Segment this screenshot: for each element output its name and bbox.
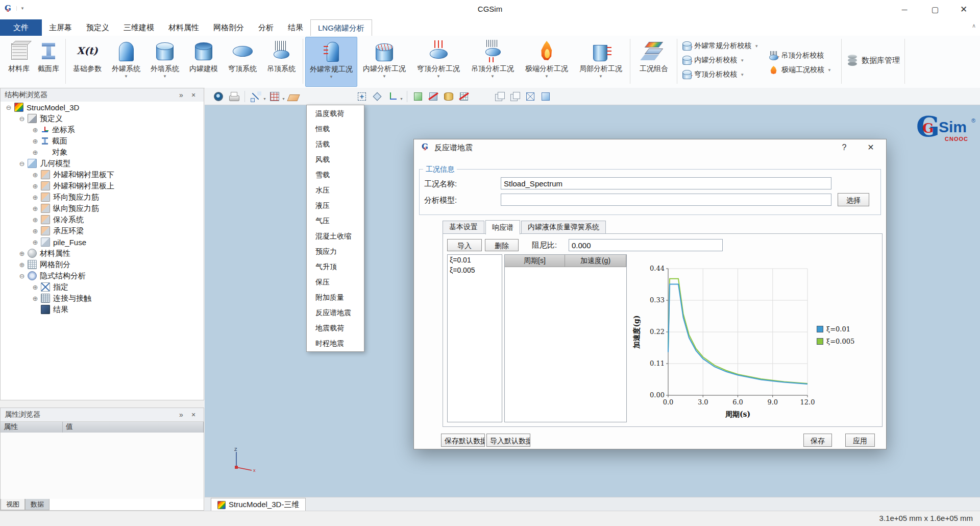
panel-close-icon[interactable]: × (187, 411, 200, 419)
model-input[interactable] (501, 194, 831, 206)
ribbon-item-1-3[interactable]: 内罐建模 (184, 37, 223, 86)
expand-icon[interactable]: ⊕ (31, 149, 39, 156)
tree-item[interactable]: ⊕保冷系统 (1, 214, 204, 225)
menu-item-load-case[interactable]: 雪载 (307, 167, 364, 182)
tree-item[interactable]: ⊕外罐和钢衬里板下 (1, 169, 204, 180)
ribbon-item-2-2[interactable]: 穹顶分析工况▼ (411, 37, 465, 86)
dialog-close-button[interactable]: ✕ (860, 139, 882, 156)
tree-item[interactable]: ⊕外罐和钢衬里板上 (1, 180, 204, 192)
spectrum-list-item[interactable]: ξ=0.005 (448, 265, 502, 275)
menu-item-load-case[interactable]: 保压 (307, 274, 364, 290)
expand-icon[interactable]: ⊕ (31, 238, 39, 246)
print-icon[interactable] (228, 90, 240, 103)
menubar-item[interactable]: 材料属性 (161, 19, 206, 36)
properties-column-header[interactable]: 值 (63, 422, 204, 433)
material-barrel-icon[interactable] (443, 90, 455, 103)
fit-view-icon[interactable] (356, 90, 368, 103)
expand-icon[interactable]: ⊕ (31, 283, 39, 291)
spectrum-table[interactable]: 周期[s]加速度(g) (504, 254, 627, 422)
import-default-button[interactable]: 导入默认数据 (486, 434, 530, 447)
tree-item[interactable]: ⊖预定义 (1, 113, 204, 124)
panel-pin-icon[interactable]: » (175, 411, 187, 419)
zoom-region-icon[interactable] (371, 90, 383, 103)
menu-item-load-case[interactable]: 气升顶 (307, 259, 364, 274)
mesh-cube-icon[interactable] (268, 90, 281, 103)
chevron-down-icon[interactable]: ▼ (282, 97, 285, 101)
menubar-item[interactable]: 主屏幕 (42, 19, 79, 36)
tree-item[interactable]: ⊕网格剖分 (1, 259, 204, 270)
case-name-input[interactable] (501, 177, 831, 189)
menu-item-load-case[interactable]: 预应力 (307, 244, 364, 259)
collapse-icon[interactable]: ⊖ (18, 160, 26, 168)
select-model-button[interactable]: 选择 (838, 193, 869, 206)
ribbon-item-1-1[interactable]: 外罐系统▼ (107, 37, 145, 86)
copy-view2-icon[interactable] (509, 90, 521, 103)
tree-item[interactable]: ⊕指定 (1, 281, 204, 293)
ribbon-item-2-4[interactable]: 极端分析工况▼ (520, 37, 574, 86)
menu-item-load-case[interactable]: 附加质量 (307, 290, 364, 305)
expand-icon[interactable]: ⊕ (31, 216, 39, 224)
collapse-icon[interactable]: ⊖ (5, 104, 13, 111)
analysis-check-item[interactable]: ✔吊顶分析校核 (769, 49, 831, 63)
dialog-title-bar[interactable]: 反应谱地震 (414, 139, 886, 156)
menu-item-load-case[interactable]: 混凝土收缩 (307, 228, 364, 244)
menubar-item-file[interactable]: 文件 (0, 19, 42, 36)
ribbon-item-2-3[interactable]: 吊顶分析工况▼ (465, 37, 520, 86)
screenshot-icon[interactable] (212, 90, 225, 103)
expand-icon[interactable]: ⊕ (18, 261, 26, 269)
menubar-item[interactable]: 结果 (281, 19, 310, 36)
tree-item[interactable]: ⊕材料属性 (1, 248, 204, 259)
minimize-button[interactable]: ─ (890, 0, 919, 19)
hide-element-icon[interactable] (427, 90, 439, 103)
properties-column-header[interactable]: 属性 (1, 422, 63, 433)
ribbon-collapse-icon[interactable]: ∧ (972, 22, 976, 29)
ribbon-item-2-5[interactable]: 局部分析工况▼ (574, 37, 628, 86)
expand-icon[interactable]: ⊕ (31, 126, 39, 134)
dialog-tab-0[interactable]: 基本设置 (443, 221, 484, 234)
menubar-item[interactable]: 网格剖分 (206, 19, 251, 36)
tree-item[interactable]: ⊖隐式结构分析 (1, 270, 204, 281)
vertex-tool-icon[interactable] (250, 90, 262, 103)
menu-item-load-case[interactable]: 时程地震 (307, 336, 364, 351)
menubar-item[interactable]: 预定义 (79, 19, 116, 36)
save-default-button[interactable]: 保存默认数据 (441, 434, 485, 447)
mesh-visibility-icon[interactable] (458, 90, 470, 103)
copy-view-icon[interactable] (494, 90, 506, 103)
table-column-header[interactable]: 周期[s] (505, 255, 565, 267)
analysis-check-item[interactable]: 极端工况校核▼ (769, 63, 831, 77)
expand-icon[interactable]: ⊕ (31, 205, 39, 212)
collapse-icon[interactable]: ⊖ (18, 115, 26, 123)
analysis-check-item[interactable]: ✔内罐分析校核▼ (682, 53, 758, 67)
expand-icon[interactable]: ⊕ (31, 194, 39, 201)
menubar-item[interactable]: 三维建模 (116, 19, 161, 36)
menu-item-load-case[interactable]: 活载 (307, 136, 364, 152)
expand-icon[interactable]: ⊕ (31, 227, 39, 235)
menu-item-load-case[interactable]: 恒载 (307, 121, 364, 136)
ribbon-item-1-5[interactable]: 吊顶系统 (262, 37, 301, 86)
maximize-button[interactable]: ▢ (921, 0, 949, 19)
spectrum-list-item[interactable]: ξ=0.01 (448, 255, 502, 265)
analysis-check-item[interactable]: ✔穹顶分析校核▼ (682, 67, 758, 82)
tree-item[interactable]: ⊕连接与接触 (1, 293, 204, 304)
panel-close-icon[interactable]: × (187, 91, 200, 99)
spectrum-list[interactable]: ξ=0.01ξ=0.005 (447, 254, 502, 422)
ribbon-item-0-1[interactable]: 截面库 (34, 37, 63, 86)
expand-icon[interactable]: ⊕ (18, 250, 26, 257)
table-column-header[interactable]: 加速度(g) (565, 255, 626, 267)
ribbon-item-2-1[interactable]: 内罐分析工况▼ (357, 37, 411, 86)
database-manage-button[interactable]: 数据库管理 (847, 54, 900, 66)
ribbon-item-selected[interactable]: 外罐常规工况▼ (305, 37, 357, 87)
triad-icon[interactable] (386, 90, 399, 103)
tree-item[interactable]: ⊕承压环梁 (1, 225, 204, 236)
show-solid-icon[interactable] (412, 90, 424, 103)
expand-icon[interactable]: ⊕ (31, 182, 39, 190)
damping-input[interactable] (569, 239, 723, 251)
menu-item-load-case[interactable]: 液压 (307, 198, 364, 213)
collapse-icon[interactable]: ⊖ (18, 272, 26, 280)
ribbon-item-1-2[interactable]: 外墙系统▼ (145, 37, 184, 86)
shaded-box-icon[interactable] (540, 90, 552, 103)
save-button[interactable]: 保存 (803, 434, 832, 447)
expand-icon[interactable]: ⊕ (31, 137, 39, 145)
panel-pin-icon[interactable]: » (175, 91, 187, 99)
document-tab[interactable]: StrucModel_3D-三维 (211, 498, 306, 511)
